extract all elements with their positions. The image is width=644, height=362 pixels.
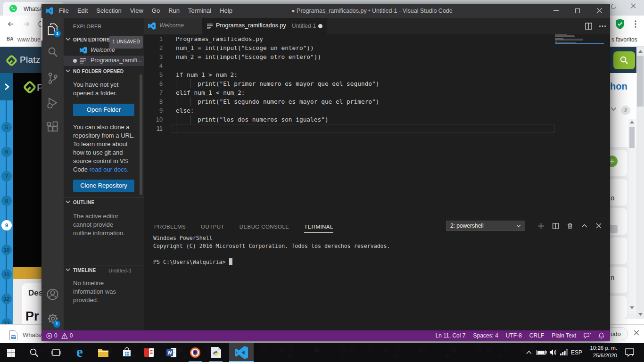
open-folder-button[interactable]: Open Folder	[73, 104, 134, 116]
tray-chevron-icon[interactable]	[526, 350, 532, 354]
clock-date[interactable]: 25/6/2020	[588, 353, 617, 358]
status-item[interactable]: UTF-8	[506, 332, 522, 339]
tab-dirty-dot[interactable]	[318, 24, 322, 28]
new-terminal-icon[interactable]	[538, 223, 544, 229]
browser-close-button[interactable]	[624, 0, 643, 13]
kill-terminal-icon[interactable]	[567, 223, 573, 229]
course-step-5[interactable]: 5	[1, 122, 12, 132]
download-item-label[interactable]: WhatsA	[23, 331, 44, 338]
outline-header[interactable]: OUTLINE	[64, 197, 144, 207]
activitybar-search[interactable]	[41, 41, 64, 64]
tab-welcome[interactable]: Welcome	[144, 18, 202, 34]
word-icon[interactable]	[162, 343, 181, 362]
brave-browser-icon[interactable]	[186, 343, 205, 362]
store-icon[interactable]	[117, 343, 136, 362]
run-debug-icon	[46, 97, 59, 109]
split-terminal-icon[interactable]	[553, 223, 559, 229]
bookmark-folder-favoritos[interactable]: s favoritos	[611, 36, 637, 43]
platzi-search-button[interactable]	[613, 51, 635, 69]
clone-repository-button[interactable]: Clone Repository	[73, 180, 134, 192]
taskbar-search[interactable]	[25, 343, 43, 362]
status-item[interactable]: Ln 11, Col 7	[436, 332, 466, 339]
feedback-icon[interactable]	[584, 332, 591, 339]
back-icon[interactable]	[7, 20, 15, 30]
page-scrollbar[interactable]	[636, 47, 644, 319]
tab-file[interactable]: Programas_ramificados.py Untitled-1	[202, 18, 327, 34]
browser-menu-kebab-icon[interactable]	[632, 20, 639, 30]
problems-status[interactable]: 0 0	[46, 330, 73, 341]
course-step-10[interactable]: 10	[1, 245, 12, 255]
read-our-docs-link[interactable]: read our docs.	[90, 166, 129, 173]
minimize-button[interactable]	[545, 4, 567, 18]
maximize-panel-icon[interactable]	[581, 224, 587, 228]
course-step-6[interactable]: 6	[1, 147, 12, 157]
menu-go[interactable]: Go	[148, 4, 164, 18]
no-folder-header[interactable]: NO FOLDER OPENED	[64, 66, 144, 77]
minimap[interactable]	[555, 34, 604, 44]
terminal-output[interactable]: Windows PowerShellCopyright (C) 2016 Mic…	[153, 234, 390, 266]
course-step-11[interactable]: 11	[1, 269, 12, 280]
vscode-taskbar-icon[interactable]	[229, 343, 254, 362]
task-view-button[interactable]	[47, 343, 66, 362]
activitybar-settings[interactable]: 1	[41, 307, 64, 330]
network-icon[interactable]	[560, 349, 568, 355]
activitybar-run-debug[interactable]	[41, 91, 64, 114]
panel-tab-problems[interactable]: PROBLEMS	[154, 221, 186, 232]
timeline-header[interactable]: TIMELINE Untitled-1	[64, 265, 144, 275]
shield-extension-icon[interactable]	[615, 19, 625, 31]
course-step-7[interactable]: 7	[1, 171, 12, 181]
expand-rail-button[interactable]	[0, 73, 13, 100]
inner-scrollbar[interactable]	[628, 119, 636, 313]
open-editor-file[interactable]: Programas_ramifi...	[64, 56, 144, 66]
course-step-9[interactable]: 9	[1, 220, 12, 230]
activitybar-extensions[interactable]	[41, 116, 64, 139]
course-step-12[interactable]: 12	[1, 294, 12, 304]
split-editor-icon[interactable]	[585, 23, 592, 30]
close-panel-icon[interactable]	[596, 223, 602, 229]
close-button[interactable]	[588, 4, 610, 18]
clock-time[interactable]: 10:26 p. m.	[588, 345, 617, 351]
menu-file[interactable]: File	[55, 4, 73, 18]
activitybar-source-control[interactable]	[41, 67, 64, 90]
panel-tab-debug-console[interactable]: DEBUG CONSOLE	[239, 221, 289, 232]
section-chevron-icon[interactable]	[611, 107, 617, 111]
chevron-down-icon	[66, 69, 70, 73]
status-item[interactable]: Plain Text	[552, 332, 576, 339]
battery-icon[interactable]	[537, 350, 547, 355]
more-actions-icon[interactable]	[599, 23, 606, 30]
forward-icon[interactable]	[22, 20, 31, 30]
edge-icon[interactable]: e	[70, 343, 89, 362]
outline-text: The active editor cannot provide outline…	[73, 212, 129, 238]
status-item[interactable]: CRLF	[529, 332, 544, 339]
activitybar-explorer[interactable]: 1	[41, 18, 64, 41]
menu-terminal[interactable]: Terminal	[184, 4, 215, 18]
vscode-titlebar[interactable]: FileEditSelectionViewGoRunTerminalHelp ●…	[41, 4, 610, 18]
bell-icon[interactable]	[598, 332, 604, 339]
open-editors-header[interactable]: OPEN EDITORS 1 UNSAVED	[64, 35, 144, 45]
start-button[interactable]	[1, 343, 20, 362]
terminal-select[interactable]: 2: powershell	[446, 221, 525, 231]
menu-help[interactable]: Help	[215, 4, 237, 18]
shelf-close-icon[interactable]	[634, 330, 639, 336]
course-step-8[interactable]: 8	[1, 196, 12, 206]
language-indicator[interactable]: ESP	[571, 349, 582, 356]
panel-tab-output[interactable]: OUTPUT	[201, 221, 224, 232]
python-file-icon[interactable]	[206, 343, 225, 362]
panel-tab-terminal[interactable]: TERMINAL	[304, 221, 333, 233]
menu-view[interactable]: View	[126, 4, 148, 18]
code-editor[interactable]: 1234567891011 Programas_ramificados.pynu…	[144, 34, 610, 219]
menu-edit[interactable]: Edit	[73, 4, 92, 18]
red-book-app-icon[interactable]	[140, 343, 158, 362]
account-icon	[46, 288, 59, 301]
status-item[interactable]: Spaces: 4	[473, 332, 498, 339]
sidebar-scrollbar[interactable]	[140, 74, 142, 195]
activitybar-account[interactable]	[41, 283, 64, 305]
menu-run[interactable]: Run	[164, 4, 184, 18]
file-explorer-icon[interactable]	[94, 343, 113, 362]
menu-selection[interactable]: Selection	[92, 4, 125, 18]
maximize-button[interactable]	[567, 4, 588, 18]
notification-center-icon[interactable]	[625, 348, 634, 357]
bookmark-item[interactable]: www.bue	[17, 36, 41, 43]
speaker-icon[interactable]	[550, 349, 557, 356]
open-editor-welcome[interactable]: Welcome	[64, 45, 144, 56]
